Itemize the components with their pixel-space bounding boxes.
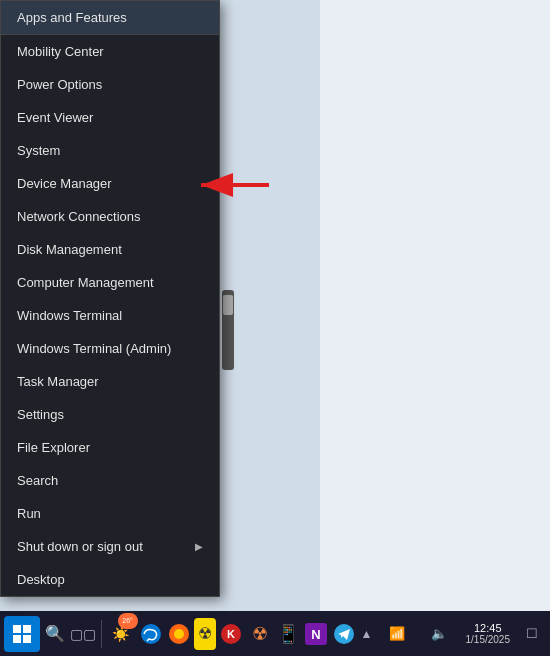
menu-item-network-connections[interactable]: Network Connections <box>1 200 219 233</box>
taskbar-whatsapp[interactable]: 📱 <box>275 615 301 653</box>
scroll-thumb <box>223 295 233 315</box>
taskbar-right: ▲ 📶 🔈 12:45 1/15/2025 ☐ <box>360 615 547 653</box>
menu-item-label: Mobility Center <box>17 44 104 59</box>
menu-item-apps-features[interactable]: Apps and Features <box>1 1 219 35</box>
menu-item-label: File Explorer <box>17 440 90 455</box>
menu-item-label: Settings <box>17 407 64 422</box>
svg-text:K: K <box>227 628 235 640</box>
menu-item-power-options[interactable]: Power Options <box>1 68 219 101</box>
menu-item-windows-terminal[interactable]: Windows Terminal <box>1 299 219 332</box>
menu-item-label: Event Viewer <box>17 110 93 125</box>
side-scrollbar[interactable] <box>222 290 234 370</box>
menu-item-computer-management[interactable]: Computer Management <box>1 266 219 299</box>
menu-item-run[interactable]: Run <box>1 497 219 530</box>
menu-item-task-manager[interactable]: Task Manager <box>1 365 219 398</box>
clock-area[interactable]: 12:45 1/15/2025 <box>462 622 515 645</box>
clock-time: 12:45 <box>466 622 511 634</box>
menu-item-settings[interactable]: Settings <box>1 398 219 431</box>
tray-network[interactable]: 📶 <box>378 615 416 653</box>
menu-item-desktop[interactable]: Desktop <box>1 563 219 596</box>
menu-item-label: Network Connections <box>17 209 141 224</box>
menu-item-label: Task Manager <box>17 374 99 389</box>
taskbar-app-swirl[interactable]: ☢ <box>246 615 272 653</box>
taskbar-weather[interactable]: ☀️ 26° <box>105 615 135 653</box>
menu-item-label: Search <box>17 473 58 488</box>
menu-item-label: Disk Management <box>17 242 122 257</box>
win-logo-cell-2 <box>23 625 31 633</box>
taskbar-onenote[interactable]: N <box>303 615 329 653</box>
menu-item-label: Apps and Features <box>17 10 127 25</box>
taskbar-telegram[interactable] <box>331 615 357 653</box>
menu-item-label: Run <box>17 506 41 521</box>
menu-item-shut-down[interactable]: Shut down or sign out ▶ <box>1 530 219 563</box>
clock-date: 1/15/2025 <box>466 634 511 645</box>
context-menu: Apps and Features Mobility Center Power … <box>0 0 220 597</box>
taskbar-sep-1 <box>101 620 102 648</box>
menu-item-mobility-center[interactable]: Mobility Center <box>1 35 219 68</box>
taskbar-edge[interactable] <box>138 615 164 653</box>
svg-text:N: N <box>311 627 320 642</box>
taskbar-firefox[interactable] <box>166 615 192 653</box>
taskbar-app-yellow[interactable]: ☢ <box>194 618 216 650</box>
menu-item-label: Windows Terminal <box>17 308 122 323</box>
menu-item-device-manager[interactable]: Device Manager <box>1 167 219 200</box>
svg-point-3 <box>174 629 184 639</box>
menu-item-label: Computer Management <box>17 275 154 290</box>
windows-logo <box>4 616 40 652</box>
menu-item-file-explorer[interactable]: File Explorer <box>1 431 219 464</box>
temp-badge: 26° <box>118 613 138 629</box>
menu-item-label: Windows Terminal (Admin) <box>17 341 171 356</box>
menu-item-label: Shut down or sign out <box>17 539 143 554</box>
menu-item-windows-terminal-admin[interactable]: Windows Terminal (Admin) <box>1 332 219 365</box>
notification-center[interactable]: ☐ <box>518 615 546 653</box>
taskbar-app-k[interactable]: K <box>218 615 244 653</box>
taskbar: 🔍 ▢▢ ☀️ 26° ☢ K ☢ 📱 <box>0 611 550 656</box>
menu-item-system[interactable]: System <box>1 134 219 167</box>
right-panel: booma... sky E... <box>320 0 550 611</box>
menu-item-label: Device Manager <box>17 176 112 191</box>
menu-item-search[interactable]: Search <box>1 464 219 497</box>
menu-item-label: System <box>17 143 60 158</box>
submenu-arrow: ▶ <box>195 541 203 552</box>
win-logo-grid <box>13 625 31 643</box>
start-button[interactable] <box>4 615 40 653</box>
menu-item-event-viewer[interactable]: Event Viewer <box>1 101 219 134</box>
taskbar-taskview[interactable]: ▢▢ <box>70 615 96 653</box>
menu-item-label: Desktop <box>17 572 65 587</box>
tray-volume[interactable]: 🔈 <box>420 615 458 653</box>
win-logo-cell-4 <box>23 635 31 643</box>
menu-item-label: Power Options <box>17 77 102 92</box>
taskbar-search[interactable]: 🔍 <box>42 615 68 653</box>
win-logo-cell-1 <box>13 625 21 633</box>
tray-icons[interactable]: ▲ <box>360 615 374 653</box>
menu-item-disk-management[interactable]: Disk Management <box>1 233 219 266</box>
win-logo-cell-3 <box>13 635 21 643</box>
